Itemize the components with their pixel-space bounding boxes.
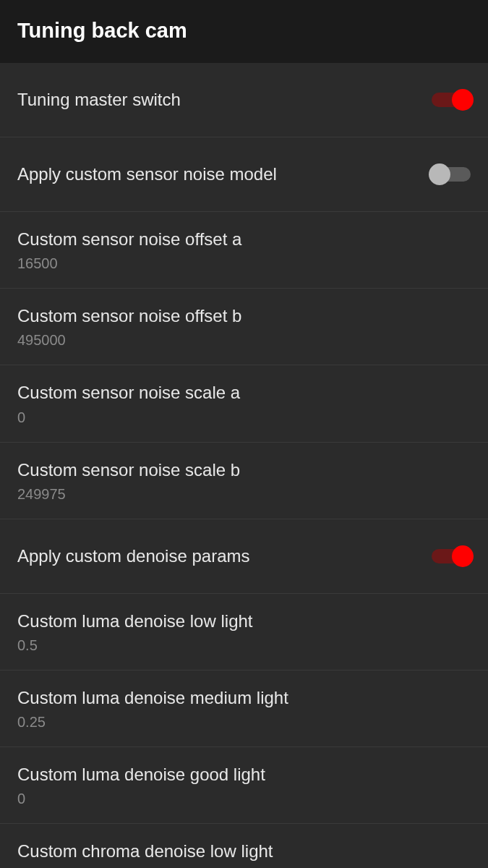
setting-text: Custom luma denoise good light 0 xyxy=(17,763,265,807)
page-title: Tuning back cam xyxy=(17,19,471,43)
setting-text: Tuning master switch xyxy=(17,88,181,111)
setting-label: Custom sensor noise offset b xyxy=(17,305,241,327)
setting-text: Custom luma denoise low light 0.5 xyxy=(17,610,253,654)
setting-label: Apply custom sensor noise model xyxy=(17,163,277,185)
setting-custom-luma-denoise-medium-light[interactable]: Custom luma denoise medium light 0.25 xyxy=(0,671,488,747)
setting-label: Custom luma denoise good light xyxy=(17,763,265,786)
setting-custom-sensor-noise-offset-b[interactable]: Custom sensor noise offset b 495000 xyxy=(0,289,488,365)
toggle-switch[interactable] xyxy=(432,549,471,563)
setting-label: Custom sensor noise offset a xyxy=(17,228,241,250)
setting-value: 0.25 xyxy=(17,713,288,731)
setting-text: Apply custom denoise params xyxy=(17,545,250,567)
settings-list: Tuning master switch Apply custom sensor… xyxy=(0,63,488,868)
toggle-switch[interactable] xyxy=(432,93,471,107)
setting-label: Custom luma denoise low light xyxy=(17,610,253,632)
setting-custom-sensor-noise-scale-b[interactable]: Custom sensor noise scale b 249975 xyxy=(0,443,488,519)
setting-custom-luma-denoise-good-light[interactable]: Custom luma denoise good light 0 xyxy=(0,747,488,824)
setting-label: Apply custom denoise params xyxy=(17,545,250,567)
setting-text: Custom chroma denoise low light 100 xyxy=(17,840,273,868)
toggle-switch[interactable] xyxy=(432,167,471,182)
setting-text: Custom sensor noise scale a 0 xyxy=(17,381,240,425)
header: Tuning back cam xyxy=(0,0,488,63)
setting-text: Apply custom sensor noise model xyxy=(17,163,277,185)
setting-custom-luma-denoise-low-light[interactable]: Custom luma denoise low light 0.5 xyxy=(0,594,488,671)
setting-apply-custom-sensor-noise-model[interactable]: Apply custom sensor noise model xyxy=(0,137,488,212)
setting-apply-custom-denoise-params[interactable]: Apply custom denoise params xyxy=(0,519,488,594)
setting-text: Custom sensor noise scale b 249975 xyxy=(17,459,240,503)
setting-label: Custom luma denoise medium light xyxy=(17,686,288,709)
setting-text: Custom luma denoise medium light 0.25 xyxy=(17,686,288,731)
setting-value: 0 xyxy=(17,790,265,807)
setting-custom-sensor-noise-scale-a[interactable]: Custom sensor noise scale a 0 xyxy=(0,365,488,442)
setting-custom-sensor-noise-offset-a[interactable]: Custom sensor noise offset a 16500 xyxy=(0,212,488,289)
setting-label: Custom chroma denoise low light xyxy=(17,840,273,862)
setting-label: Tuning master switch xyxy=(17,88,181,111)
toggle-knob xyxy=(452,89,474,111)
setting-value: 0.5 xyxy=(17,637,253,654)
setting-label: Custom sensor noise scale b xyxy=(17,459,240,481)
setting-value: 16500 xyxy=(17,255,241,272)
setting-tuning-master-switch[interactable]: Tuning master switch xyxy=(0,63,488,137)
setting-value: 0 xyxy=(17,409,240,426)
setting-value: 495000 xyxy=(17,331,241,349)
setting-text: Custom sensor noise offset a 16500 xyxy=(17,228,241,272)
toggle-knob xyxy=(452,545,474,567)
toggle-knob xyxy=(429,163,450,185)
setting-custom-chroma-denoise-low-light[interactable]: Custom chroma denoise low light 100 xyxy=(0,824,488,868)
setting-text: Custom sensor noise offset b 495000 xyxy=(17,305,241,349)
setting-value: 249975 xyxy=(17,485,240,503)
setting-label: Custom sensor noise scale a xyxy=(17,381,240,404)
